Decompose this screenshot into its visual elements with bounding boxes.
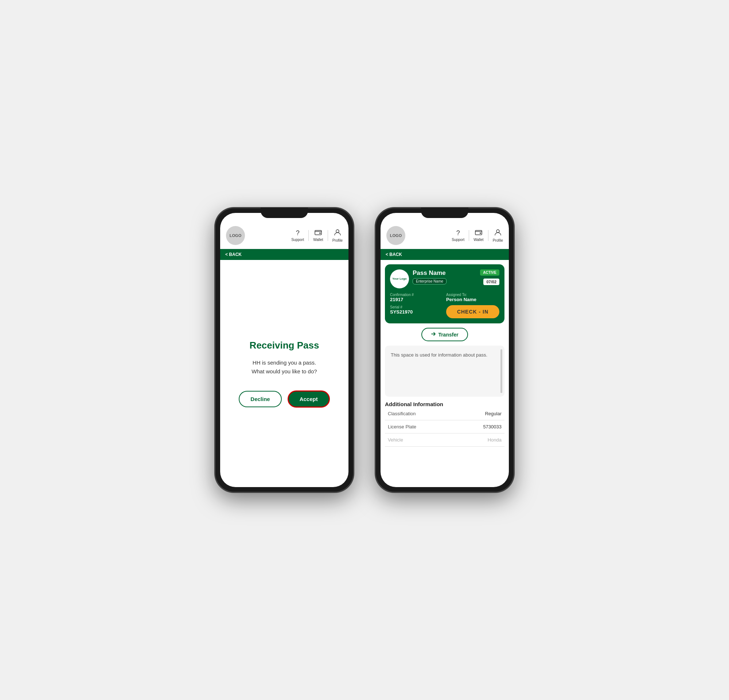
vehicle-label: Vehicle [385, 433, 455, 447]
table-row: Vehicle Honda [385, 433, 504, 447]
confirmation-value: 21917 [390, 297, 443, 302]
header-nav-2: ? Support Wallet [452, 229, 503, 243]
back-bar[interactable]: < BACK [220, 249, 349, 260]
svg-point-2 [336, 230, 339, 232]
profile-label-2: Profile [493, 238, 503, 243]
additional-info-section: Additional Information Classification Re… [385, 401, 504, 447]
additional-info-title: Additional Information [385, 401, 504, 407]
nav-wallet-2[interactable]: Wallet [473, 229, 483, 242]
scrollbar[interactable] [501, 349, 502, 393]
confirmation-label: Confirmation # [390, 293, 443, 297]
back-label-2: < BACK [386, 252, 402, 257]
transfer-button[interactable]: Transfer [421, 328, 468, 341]
nav-divider-4 [488, 230, 488, 241]
nav-support-2[interactable]: ? Support [452, 229, 465, 242]
wallet-label: Wallet [313, 238, 323, 242]
serial-section: Serial # SYS21970 [390, 305, 443, 318]
check-in-area: CHECK - IN [446, 305, 500, 318]
phone-2: LOGO ? Support Wallet [375, 208, 514, 492]
serial-value: SYS21970 [390, 309, 443, 315]
info-table: Classification Regular License Plate 573… [385, 407, 504, 447]
nav-support[interactable]: ? Support [291, 229, 304, 242]
wallet-label-2: Wallet [473, 238, 483, 242]
phones-container: LOGO ? Support Wallet [215, 208, 514, 492]
classification-label: Classification [385, 407, 455, 420]
svg-point-5 [497, 230, 500, 232]
wallet-icon-2 [475, 229, 482, 237]
info-box: This space is used for information about… [385, 346, 504, 396]
pass-card-header: Your Logo Pass Name Enterprise Name ACTI… [390, 269, 500, 288]
support-label: Support [291, 238, 304, 242]
transfer-container: Transfer [385, 328, 504, 341]
profile-label: Profile [333, 238, 343, 243]
receiving-pass-desc: HH is sending you a pass. What would you… [251, 359, 317, 376]
phone-2-header: LOGO ? Support Wallet [380, 213, 509, 249]
logo: LOGO [226, 226, 245, 245]
logo-2: LOGO [386, 226, 405, 245]
phone-1-screen: LOGO ? Support Wallet [220, 213, 349, 487]
wallet-icon [315, 229, 322, 237]
support-icon: ? [296, 229, 300, 237]
table-row: Classification Regular [385, 407, 504, 420]
pass-title-area: Pass Name Enterprise Name [412, 269, 476, 285]
date-badge: 07/02 [483, 279, 500, 285]
serial-label: Serial # [390, 305, 443, 309]
decline-button[interactable]: Decline [239, 391, 282, 407]
vehicle-value: Honda [455, 433, 504, 447]
nav-divider-2 [328, 230, 328, 241]
profile-icon [334, 229, 341, 238]
phone-2-notch [421, 208, 468, 218]
phone-1: LOGO ? Support Wallet [215, 208, 354, 492]
classification-value: Regular [455, 407, 504, 420]
license-plate-label: License Plate [385, 420, 455, 433]
phone-2-screen: LOGO ? Support Wallet [380, 213, 509, 487]
profile-icon-2 [494, 229, 501, 238]
back-bar-2[interactable]: < BACK [380, 249, 509, 260]
accept-button[interactable]: Accept [288, 391, 330, 408]
transfer-icon [431, 331, 436, 338]
phone-1-header: LOGO ? Support Wallet [220, 213, 349, 249]
support-icon-2: ? [456, 229, 460, 237]
receiving-pass-content: Receiving Pass HH is sending you a pass.… [220, 260, 349, 487]
nav-profile[interactable]: Profile [333, 229, 343, 243]
active-badge: ACTIVE [480, 269, 500, 276]
svg-rect-0 [315, 230, 321, 235]
pass-content: Your Logo Pass Name Enterprise Name ACTI… [380, 260, 509, 487]
support-label-2: Support [452, 238, 465, 242]
your-logo: Your Logo [390, 269, 409, 288]
assigned-section: Assigned To: Person Name [446, 293, 500, 302]
license-plate-value: 5730033 [455, 420, 504, 433]
svg-rect-4 [480, 232, 481, 234]
pass-card: Your Logo Pass Name Enterprise Name ACTI… [385, 264, 504, 323]
receiving-pass-title: Receiving Pass [250, 340, 319, 351]
pass-details-grid: Confirmation # 21917 Assigned To: Person… [390, 293, 500, 318]
pass-name: Pass Name [412, 269, 476, 277]
action-buttons: Decline Accept [239, 391, 330, 408]
pass-badges: ACTIVE 07/02 [480, 269, 500, 285]
info-text: This space is used for information about… [391, 352, 487, 358]
nav-divider-1 [308, 230, 309, 241]
nav-divider-3 [469, 230, 469, 241]
check-in-button[interactable]: CHECK - IN [446, 305, 500, 318]
nav-profile-2[interactable]: Profile [493, 229, 503, 243]
table-row: License Plate 5730033 [385, 420, 504, 433]
transfer-label: Transfer [438, 332, 458, 338]
header-nav: ? Support Wallet [291, 229, 343, 243]
confirmation-section: Confirmation # 21917 [390, 293, 443, 302]
assigned-value: Person Name [446, 297, 500, 302]
nav-wallet[interactable]: Wallet [313, 229, 323, 242]
svg-rect-1 [319, 232, 321, 234]
phone-1-notch [261, 208, 308, 218]
back-label: < BACK [225, 252, 242, 257]
enterprise-badge: Enterprise Name [412, 278, 446, 285]
svg-rect-3 [475, 230, 482, 235]
assigned-label: Assigned To: [446, 293, 500, 297]
